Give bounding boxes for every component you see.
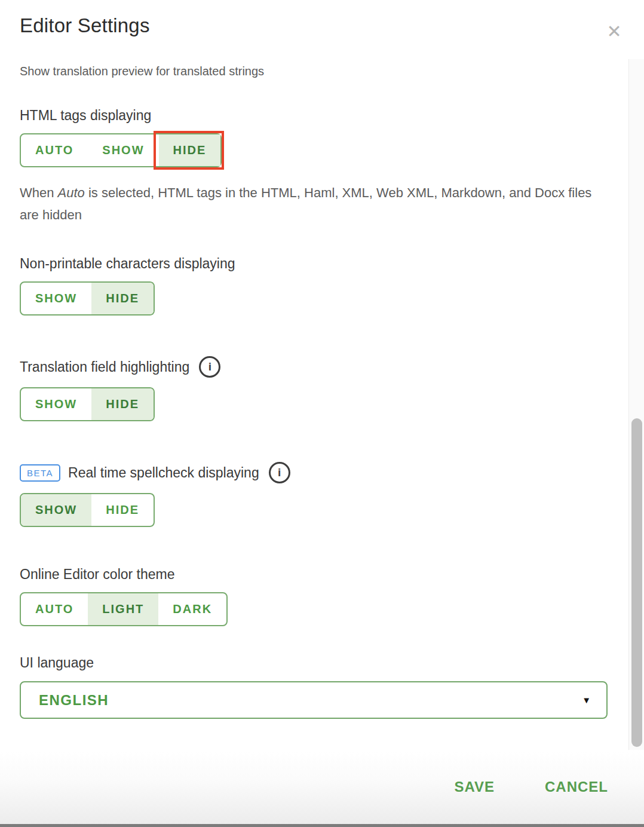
ui-language-value: ENGLISH <box>39 692 109 709</box>
setting-ui-language: UI language ENGLISH ▼ <box>20 655 624 719</box>
editor-settings-modal: Editor Settings ✕ Show translation previ… <box>0 0 644 827</box>
non-printable-option-hide[interactable]: HIDE <box>91 283 154 314</box>
ui-language-select[interactable]: ENGLISH ▼ <box>20 681 608 719</box>
beta-badge: BETA <box>20 464 60 482</box>
close-button[interactable]: ✕ <box>602 20 626 44</box>
info-icon[interactable]: i <box>199 356 220 378</box>
save-button[interactable]: SAVE <box>454 779 495 795</box>
description-text: When <box>20 185 58 200</box>
color-theme-option-auto[interactable]: AUTO <box>21 593 88 625</box>
spellcheck-label: Real time spellcheck displaying <box>68 465 259 481</box>
color-theme-option-light[interactable]: LIGHT <box>88 593 158 625</box>
field-highlighting-option-hide[interactable]: HIDE <box>91 388 154 420</box>
html-tags-option-hide[interactable]: HIDE <box>159 134 221 166</box>
close-icon: ✕ <box>606 23 621 41</box>
scrollbar-thumb[interactable] <box>631 418 642 747</box>
setting-field-highlighting: Translation field highlighting i SHOW HI… <box>20 356 624 421</box>
html-tags-label: HTML tags displaying <box>20 108 151 124</box>
setting-html-tags: HTML tags displaying AUTO SHOW HIDE When… <box>20 108 624 226</box>
modal-bottom-edge <box>0 824 644 827</box>
color-theme-label: Online Editor color theme <box>20 566 175 583</box>
chevron-down-icon: ▼ <box>582 695 591 705</box>
color-theme-option-dark[interactable]: DARK <box>158 593 226 625</box>
non-printable-label: Non-printable characters displaying <box>20 256 235 272</box>
html-tags-description: When Auto is selected, HTML tags in the … <box>20 182 608 226</box>
color-theme-toggle: AUTO LIGHT DARK <box>20 592 228 626</box>
info-icon[interactable]: i <box>269 462 290 483</box>
setting-spellcheck: BETA Real time spellcheck displaying i S… <box>20 462 624 527</box>
ui-language-label: UI language <box>20 655 94 671</box>
intro-text: Show translation preview for translated … <box>20 65 624 78</box>
field-highlighting-option-show[interactable]: SHOW <box>21 388 91 420</box>
html-tags-option-show[interactable]: SHOW <box>88 134 158 166</box>
spellcheck-toggle: SHOW HIDE <box>20 493 155 527</box>
description-italic-auto: Auto <box>58 185 85 200</box>
info-icon-glyph: i <box>208 360 211 373</box>
page-title: Editor Settings <box>20 14 624 37</box>
non-printable-option-show[interactable]: SHOW <box>21 283 91 314</box>
description-text: is selected, HTML tags in the HTML, Haml… <box>20 185 591 222</box>
spellcheck-option-show[interactable]: SHOW <box>21 494 91 526</box>
modal-content: Show translation preview for translated … <box>0 65 644 719</box>
html-tags-toggle: AUTO SHOW HIDE <box>20 133 222 167</box>
modal-header: Editor Settings ✕ <box>0 0 644 37</box>
spellcheck-option-hide[interactable]: HIDE <box>91 494 154 526</box>
modal-footer: SAVE CANCEL <box>0 750 644 824</box>
scrollbar-track[interactable] <box>628 59 644 751</box>
html-tags-option-auto[interactable]: AUTO <box>21 134 88 166</box>
field-highlighting-label: Translation field highlighting <box>20 359 189 375</box>
non-printable-toggle: SHOW HIDE <box>20 281 155 316</box>
cancel-button[interactable]: CANCEL <box>545 779 608 795</box>
info-icon-glyph: i <box>278 466 281 479</box>
setting-non-printable: Non-printable characters displaying SHOW… <box>20 256 624 316</box>
field-highlighting-toggle: SHOW HIDE <box>20 387 155 421</box>
setting-color-theme: Online Editor color theme AUTO LIGHT DAR… <box>20 566 624 626</box>
